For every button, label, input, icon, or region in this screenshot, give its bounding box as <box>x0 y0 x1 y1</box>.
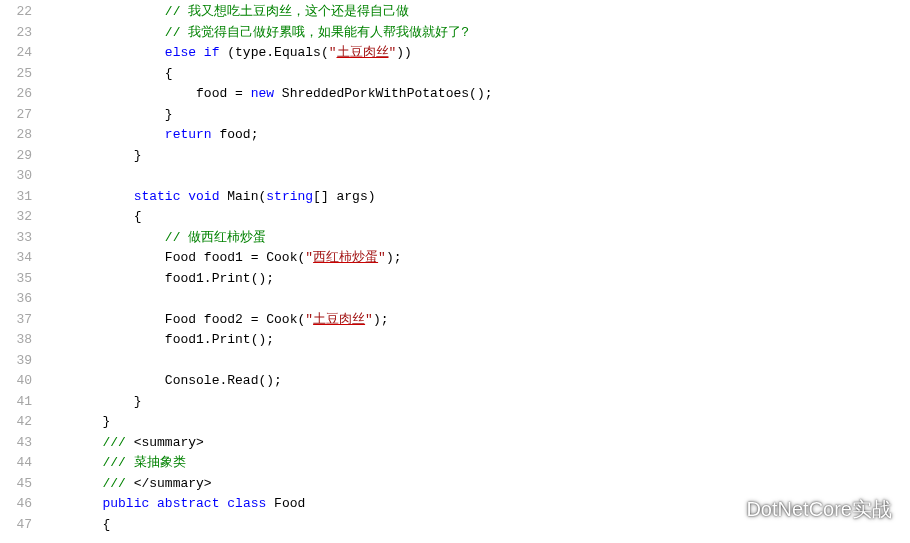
code-line: } <box>40 146 910 167</box>
code-line: public abstract class Food <box>40 494 910 515</box>
line-number: 30 <box>0 166 32 187</box>
code-line: Console.Read(); <box>40 371 910 392</box>
code-token: void <box>188 189 219 204</box>
line-number: 46 <box>0 494 32 515</box>
line-number: 38 <box>0 330 32 351</box>
code-token: " <box>305 312 313 327</box>
code-token: food1.Print(); <box>165 271 274 286</box>
code-token: class <box>227 496 266 511</box>
code-token: Console.Read(); <box>165 373 282 388</box>
line-number: 24 <box>0 43 32 64</box>
code-token: { <box>165 66 173 81</box>
code-line: Food food1 = Cook("西红柿炒蛋"); <box>40 248 910 269</box>
code-token: ); <box>373 312 389 327</box>
code-editor: 2223242526272829303132333435363738394041… <box>0 0 910 535</box>
code-line: // 我又想吃土豆肉丝，这个还是得自己做 <box>40 2 910 23</box>
code-token: abstract <box>157 496 219 511</box>
code-token: Food food1 = Cook( <box>165 250 305 265</box>
code-token: " <box>329 45 337 60</box>
code-token: // 做西红柿炒蛋 <box>165 230 266 245</box>
code-line: Food food2 = Cook("土豆肉丝"); <box>40 310 910 331</box>
code-line: food1.Print(); <box>40 330 910 351</box>
code-token: food = <box>196 86 251 101</box>
line-number: 39 <box>0 351 32 372</box>
line-number: 47 <box>0 515 32 536</box>
line-number: 28 <box>0 125 32 146</box>
code-token: (type.Equals( <box>219 45 328 60</box>
code-token: new <box>251 86 274 101</box>
code-token: 西红柿炒蛋 <box>313 250 378 265</box>
line-number: 27 <box>0 105 32 126</box>
code-token: [] args) <box>313 189 375 204</box>
code-token <box>196 45 204 60</box>
code-token: { <box>134 209 142 224</box>
line-number: 32 <box>0 207 32 228</box>
line-number: 23 <box>0 23 32 44</box>
code-token: Food <box>266 496 305 511</box>
code-token: " <box>365 312 373 327</box>
line-number: 33 <box>0 228 32 249</box>
line-number: 35 <box>0 269 32 290</box>
code-token: } <box>102 414 110 429</box>
line-number: 22 <box>0 2 32 23</box>
code-token: static <box>134 189 181 204</box>
code-line: else if (type.Equals("土豆肉丝")) <box>40 43 910 64</box>
line-number: 31 <box>0 187 32 208</box>
code-token: } <box>134 394 142 409</box>
line-number: 41 <box>0 392 32 413</box>
code-token: /// <box>102 476 133 491</box>
line-number: 40 <box>0 371 32 392</box>
code-token: if <box>204 45 220 60</box>
code-line: { <box>40 515 910 536</box>
code-token: " <box>305 250 313 265</box>
code-line: return food; <box>40 125 910 146</box>
code-line: /// 菜抽象类 <box>40 453 910 474</box>
line-number: 37 <box>0 310 32 331</box>
code-token: string <box>266 189 313 204</box>
code-token: " <box>378 250 386 265</box>
code-token: /// <box>102 455 133 470</box>
code-line: static void Main(string[] args) <box>40 187 910 208</box>
code-line <box>40 289 910 310</box>
code-token: ShreddedPorkWithPotatoes(); <box>274 86 492 101</box>
code-token: </summary> <box>134 476 212 491</box>
code-token: { <box>102 517 110 532</box>
code-token: 土豆肉丝 <box>313 312 365 327</box>
code-token: } <box>134 148 142 163</box>
line-number: 45 <box>0 474 32 495</box>
code-line: } <box>40 412 910 433</box>
line-number: 34 <box>0 248 32 269</box>
code-token: <summary> <box>134 435 204 450</box>
code-line: { <box>40 207 910 228</box>
code-token: 菜抽象类 <box>134 455 186 470</box>
code-token: Food food2 = Cook( <box>165 312 305 327</box>
code-token: return <box>165 127 212 142</box>
code-line <box>40 351 910 372</box>
code-line: food1.Print(); <box>40 269 910 290</box>
code-token: food1.Print(); <box>165 332 274 347</box>
line-number: 44 <box>0 453 32 474</box>
code-token <box>149 496 157 511</box>
line-number: 43 <box>0 433 32 454</box>
line-number: 25 <box>0 64 32 85</box>
line-number: 42 <box>0 412 32 433</box>
code-line: } <box>40 392 910 413</box>
line-number-gutter: 2223242526272829303132333435363738394041… <box>0 2 40 535</box>
code-line: /// <summary> <box>40 433 910 454</box>
code-line: food = new ShreddedPorkWithPotatoes(); <box>40 84 910 105</box>
code-line <box>40 166 910 187</box>
code-line: { <box>40 64 910 85</box>
line-number: 26 <box>0 84 32 105</box>
code-token: )) <box>396 45 412 60</box>
code-token: else <box>165 45 196 60</box>
code-line: } <box>40 105 910 126</box>
code-token: food; <box>212 127 259 142</box>
line-number: 36 <box>0 289 32 310</box>
code-token: Main( <box>219 189 266 204</box>
code-token: ); <box>386 250 402 265</box>
code-token: } <box>165 107 173 122</box>
code-token: 土豆肉丝 <box>337 45 389 60</box>
code-token: /// <box>102 435 133 450</box>
code-line: /// </summary> <box>40 474 910 495</box>
code-token: // 我觉得自己做好累哦，如果能有人帮我做就好了? <box>165 25 469 40</box>
